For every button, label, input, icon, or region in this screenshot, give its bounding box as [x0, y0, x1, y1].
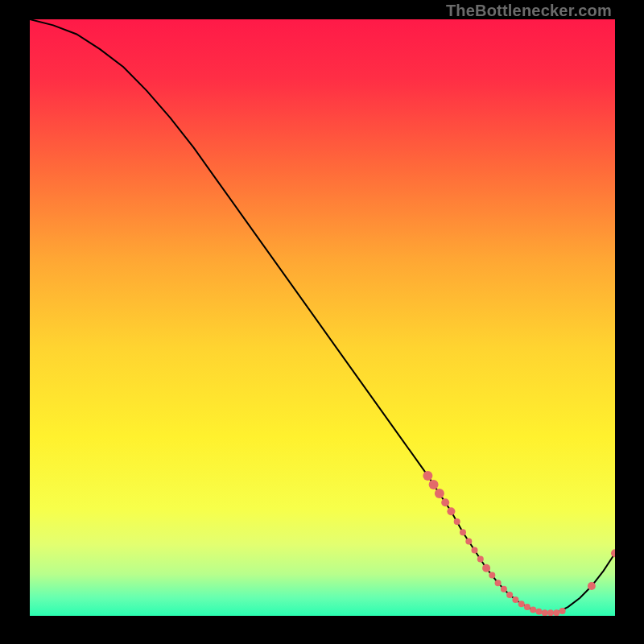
data-marker: [501, 586, 507, 592]
data-marker: [506, 592, 513, 598]
data-marker: [518, 601, 525, 607]
data-marker: [542, 609, 548, 616]
data-marker: [512, 597, 518, 603]
data-marker: [441, 498, 449, 506]
data-marker: [435, 489, 444, 498]
data-marker: [429, 480, 439, 489]
data-marker: [423, 471, 432, 481]
data-marker: [559, 608, 566, 614]
data-marker: [495, 580, 502, 586]
plot-area: [30, 19, 615, 616]
data-marker: [553, 609, 559, 616]
data-marker: [547, 609, 554, 616]
data-marker: [536, 609, 543, 615]
data-marker: [465, 538, 472, 544]
data-marker: [472, 547, 478, 554]
data-marker: [530, 607, 536, 613]
data-marker: [482, 564, 490, 572]
data-marker: [524, 604, 530, 610]
data-marker: [460, 529, 466, 535]
data-marker: [454, 518, 460, 525]
data-marker: [588, 582, 596, 590]
data-marker: [489, 572, 495, 579]
data-marker: [477, 556, 484, 563]
data-marker: [447, 507, 455, 515]
watermark-text: TheBottlenecker.com: [446, 2, 612, 20]
bottleneck-curve: [30, 19, 615, 616]
chart-stage: TheBottlenecker.com: [0, 0, 644, 644]
data-marker: [611, 549, 615, 557]
